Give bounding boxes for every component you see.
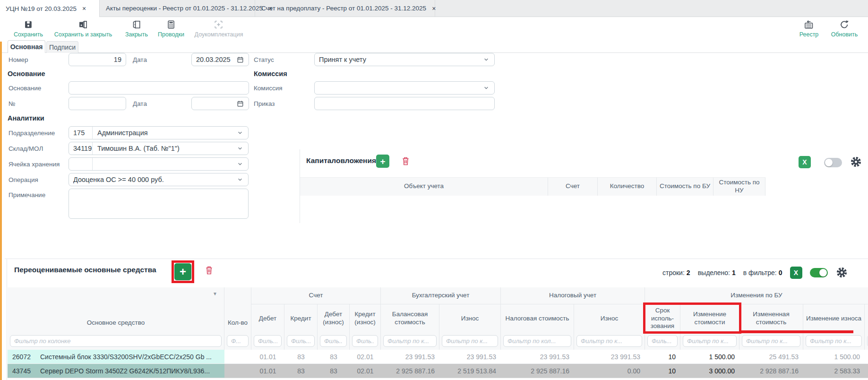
cell-debit[interactable]: 01.01 <box>251 350 284 364</box>
column-header-account[interactable]: Счет <box>548 177 598 196</box>
column-header-tax-value[interactable]: Налоговая стоимость <box>501 304 574 333</box>
capital-filter-toggle[interactable] <box>824 158 842 167</box>
cell-qty[interactable] <box>224 364 251 378</box>
cell-credit[interactable]: 83 <box>284 350 318 364</box>
cell-dep-bu[interactable]: 2 519 513.84 <box>439 364 501 378</box>
assets-settings-button[interactable] <box>835 266 848 279</box>
cell-changed-value[interactable]: 2 928 887.16 <box>739 364 803 378</box>
window-tab-doc[interactable]: УЦН №19 от 20.03.2025 × <box>0 0 100 17</box>
column-header-change-dep[interactable]: Изменение износа <box>803 304 865 333</box>
basis-field[interactable] <box>69 81 249 95</box>
column-header-life[interactable]: Срок исполь- зования <box>645 304 680 333</box>
cell-dep-nu[interactable]: 23 991.53 <box>574 350 645 364</box>
tab-close-icon[interactable]: × <box>82 5 86 12</box>
note-textarea[interactable] <box>69 189 249 219</box>
cell-credit-dep[interactable]: 02.01 <box>350 350 381 364</box>
cell-debit-dep[interactable]: 83 <box>318 364 350 378</box>
capital-excel-button[interactable]: X <box>799 156 811 168</box>
delete-capital-button[interactable] <box>401 155 411 167</box>
filter-input-book-value[interactable] <box>383 335 437 347</box>
filter-input-changed-value[interactable] <box>742 335 800 347</box>
cell-change-dep[interactable]: 2 583.33 <box>803 364 865 378</box>
cell-life[interactable]: 10 <box>645 350 680 364</box>
cell-credit[interactable]: 83 <box>284 364 318 378</box>
order-field[interactable] <box>314 97 495 110</box>
cell-life[interactable]: 10 <box>645 364 680 378</box>
warehouse-select[interactable]: 34119 Тимошин В.А. (Таб. №"1") <box>69 142 249 155</box>
delete-asset-button[interactable] <box>204 265 214 276</box>
column-header-qty[interactable]: Кол-во <box>224 287 251 333</box>
basis-no-field[interactable] <box>69 97 126 110</box>
cell-debit[interactable]: 01.01 <box>251 364 284 378</box>
column-header-cost-nu[interactable]: Стоимость по НУ <box>713 177 765 196</box>
cell-tax-value[interactable]: 2 925 887.16 <box>501 364 574 378</box>
filter-input-dep-bu[interactable] <box>442 335 498 347</box>
cell-tax-value[interactable]: 23 991.53 <box>501 350 574 364</box>
column-header-debit[interactable]: Дебет <box>251 304 284 333</box>
filter-input-change-value[interactable] <box>683 335 737 347</box>
window-tab-invoice[interactable]: Счет на предоплату - Реестр от 01.01.202… <box>256 0 435 17</box>
cell-asset-id[interactable]: 26072 <box>8 350 35 364</box>
save-button[interactable]: Сохранить <box>14 19 43 38</box>
column-header-changed-value[interactable]: Измененная стоимость <box>739 304 803 333</box>
cell-book-value[interactable]: 23 991.53 <box>381 350 439 364</box>
date-field[interactable]: 20.03.2025 <box>191 53 249 66</box>
cell-asset-name[interactable]: Системный блок 3330/S3200SHV/2xGbECC/2x2… <box>35 350 224 364</box>
assets-filter-toggle[interactable] <box>810 268 828 277</box>
tab-signatures[interactable]: Подписи <box>46 41 78 53</box>
refresh-button[interactable]: Обновить <box>831 19 858 38</box>
close-button[interactable]: Закрыть <box>125 19 148 38</box>
cell-credit-dep[interactable]: 02.01 <box>350 364 381 378</box>
column-header-dep-bu[interactable]: Износ <box>439 304 501 333</box>
column-header-dep-nu[interactable]: Износ <box>574 304 645 333</box>
column-header-debit-dep[interactable]: Дебет (износ) <box>318 304 350 333</box>
commission-select[interactable] <box>314 81 495 95</box>
tab-main[interactable]: Основная <box>8 40 45 53</box>
assets-excel-button[interactable]: X <box>790 267 802 279</box>
cell-asset-id[interactable]: 43745 <box>8 364 35 378</box>
window-tab-acts[interactable]: Акты переоценки - Реестр от 01.01.2025 -… <box>100 0 255 17</box>
column-header-qty[interactable]: Количество <box>598 177 657 196</box>
cell-change-value[interactable]: 3 000.00 <box>680 364 739 378</box>
cell-debit-dep[interactable]: 83 <box>318 350 350 364</box>
cell-changed-value[interactable]: 25 491.53 <box>739 350 803 364</box>
filter-input-tax-value[interactable] <box>503 335 571 347</box>
status-select[interactable]: Принят к учету <box>314 53 495 66</box>
sort-icon[interactable]: ▼ <box>213 291 217 297</box>
capital-settings-button[interactable] <box>850 155 862 168</box>
cell-dep-bu[interactable]: 23 991.53 <box>439 350 501 364</box>
calendar-icon[interactable] <box>236 100 244 108</box>
column-header-object[interactable]: Объект учета <box>300 177 548 196</box>
cell-change-dep[interactable]: 1 500.00 <box>803 350 865 364</box>
filter-input-life[interactable] <box>647 335 678 347</box>
add-asset-button[interactable]: + <box>174 263 191 280</box>
filter-input-debit-dep[interactable] <box>320 335 347 347</box>
filter-input-dep-nu[interactable] <box>576 335 642 347</box>
calendar-icon[interactable] <box>236 56 244 64</box>
cell-qty[interactable] <box>224 350 251 364</box>
save-close-button[interactable]: Сохранить и закрыть <box>54 19 112 38</box>
column-header-change-value[interactable]: Изменение стоимости <box>680 304 739 333</box>
filter-input-credit[interactable] <box>287 335 315 347</box>
column-header-asset[interactable]: ▼ Основное средство <box>8 287 224 333</box>
storage-cell-select[interactable] <box>69 157 249 171</box>
tab-close-icon[interactable]: × <box>432 5 436 12</box>
filter-input-change-dep[interactable] <box>806 335 862 347</box>
column-header-credit[interactable]: Кредит <box>284 304 318 333</box>
column-header-cost-bu[interactable]: Стоимость по БУ <box>657 177 713 196</box>
add-capital-button[interactable]: + <box>376 155 389 168</box>
number-field[interactable]: 19 <box>69 53 126 66</box>
filter-input-credit-dep[interactable] <box>352 335 378 347</box>
postings-button[interactable]: Проводки <box>158 19 184 38</box>
filter-input-qty[interactable] <box>227 335 249 347</box>
cell-book-value[interactable]: 2 925 887.16 <box>381 364 439 378</box>
column-header-credit-dep[interactable]: Кредит (износ) <box>350 304 381 333</box>
cell-dep-nu[interactable]: 0.00 <box>574 364 645 378</box>
column-header-book-value[interactable]: Балансовая стоимость <box>381 304 439 333</box>
operation-select[interactable]: Дооценка ОС >= 40 000 руб. <box>69 173 249 186</box>
cell-change-value[interactable]: 1 500.00 <box>680 350 739 364</box>
filter-input-asset[interactable] <box>10 335 222 347</box>
filter-input-debit[interactable] <box>254 335 282 347</box>
basis-date-field[interactable] <box>191 97 249 110</box>
department-select[interactable]: 175 Администрация <box>69 126 249 139</box>
